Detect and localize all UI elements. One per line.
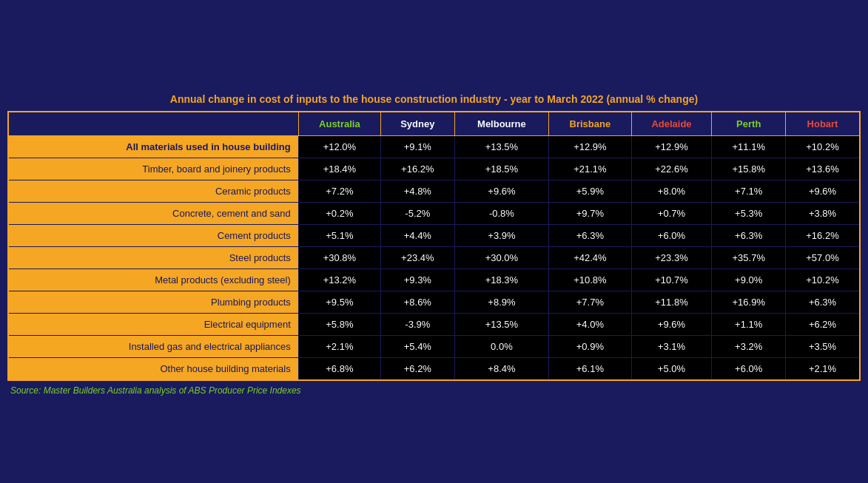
cell-sydney: +4.8% bbox=[381, 180, 455, 203]
cell-melbourne: +8.9% bbox=[454, 291, 549, 314]
cell-adelaide: +9.6% bbox=[631, 314, 712, 336]
chart-title: Annual change in cost of inputs to the h… bbox=[7, 86, 861, 111]
table-row: Timber, board and joinery products+18.4%… bbox=[8, 158, 860, 180]
row-label: Timber, board and joinery products bbox=[8, 158, 298, 180]
cell-melbourne: -0.8% bbox=[454, 203, 549, 225]
cell-hobart: +3.5% bbox=[786, 336, 860, 358]
cell-hobart: +57.0% bbox=[786, 247, 860, 269]
cell-perth: +15.8% bbox=[712, 158, 786, 180]
cell-sydney: +9.1% bbox=[381, 136, 455, 158]
cell-melbourne: +13.5% bbox=[454, 314, 549, 336]
row-label: Plumbing products bbox=[8, 291, 298, 314]
cell-hobart: +13.6% bbox=[786, 158, 860, 180]
cell-brisbane: +5.9% bbox=[549, 180, 631, 203]
row-label: Ceramic products bbox=[8, 180, 298, 203]
cell-melbourne: +18.3% bbox=[454, 269, 549, 291]
cell-perth: +6.0% bbox=[712, 358, 786, 381]
cell-brisbane: +10.8% bbox=[549, 269, 631, 291]
row-label: Metal products (excluding steel) bbox=[8, 269, 298, 291]
cell-adelaide: +8.0% bbox=[631, 180, 712, 203]
cell-sydney: +9.3% bbox=[381, 269, 455, 291]
cell-hobart: +9.6% bbox=[786, 180, 860, 203]
cell-australia: +30.8% bbox=[298, 247, 380, 269]
cell-perth: +5.3% bbox=[712, 203, 786, 225]
header-hobart: Hobart bbox=[786, 112, 860, 136]
cell-adelaide: +5.0% bbox=[631, 358, 712, 381]
table-row: Other house building materials+6.8%+6.2%… bbox=[8, 358, 860, 381]
cell-australia: +13.2% bbox=[298, 269, 380, 291]
cell-australia: +12.0% bbox=[298, 136, 380, 158]
cell-sydney: +16.2% bbox=[381, 158, 455, 180]
cell-sydney: +6.2% bbox=[381, 358, 455, 381]
cell-hobart: +6.2% bbox=[786, 314, 860, 336]
cell-melbourne: +8.4% bbox=[454, 358, 549, 381]
header-label bbox=[8, 112, 298, 136]
cell-australia: +5.1% bbox=[298, 225, 380, 247]
cell-brisbane: +42.4% bbox=[549, 247, 631, 269]
table-row: Plumbing products+9.5%+8.6%+8.9%+7.7%+11… bbox=[8, 291, 860, 314]
cell-australia: +7.2% bbox=[298, 180, 380, 203]
cell-adelaide: +0.7% bbox=[631, 203, 712, 225]
cell-melbourne: 0.0% bbox=[454, 336, 549, 358]
source-text: Source: Master Builders Australia analys… bbox=[7, 381, 861, 397]
cell-brisbane: +7.7% bbox=[549, 291, 631, 314]
cell-perth: +11.1% bbox=[712, 136, 786, 158]
header-australia: Australia bbox=[298, 112, 380, 136]
table-row: Concrete, cement and sand+0.2%-5.2%-0.8%… bbox=[8, 203, 860, 225]
cell-perth: +7.1% bbox=[712, 180, 786, 203]
table-row: Cement products+5.1%+4.4%+3.9%+6.3%+6.0%… bbox=[8, 225, 860, 247]
header-sydney: Sydney bbox=[381, 112, 455, 136]
cell-melbourne: +30.0% bbox=[454, 247, 549, 269]
row-label: Steel products bbox=[8, 247, 298, 269]
table-row: All materials used in house building+12.… bbox=[8, 136, 860, 158]
cell-sydney: +23.4% bbox=[381, 247, 455, 269]
cell-perth: +35.7% bbox=[712, 247, 786, 269]
cell-sydney: +4.4% bbox=[381, 225, 455, 247]
row-label: Other house building materials bbox=[8, 358, 298, 381]
cell-adelaide: +6.0% bbox=[631, 225, 712, 247]
row-label: Cement products bbox=[8, 225, 298, 247]
cell-hobart: +10.2% bbox=[786, 136, 860, 158]
table-row: Metal products (excluding steel)+13.2%+9… bbox=[8, 269, 860, 291]
cell-melbourne: +13.5% bbox=[454, 136, 549, 158]
cell-brisbane: +4.0% bbox=[549, 314, 631, 336]
cell-australia: +18.4% bbox=[298, 158, 380, 180]
cell-australia: +0.2% bbox=[298, 203, 380, 225]
cell-australia: +2.1% bbox=[298, 336, 380, 358]
cell-australia: +9.5% bbox=[298, 291, 380, 314]
row-label: All materials used in house building bbox=[8, 136, 298, 158]
table-row: Steel products+30.8%+23.4%+30.0%+42.4%+2… bbox=[8, 247, 860, 269]
cell-sydney: -3.9% bbox=[381, 314, 455, 336]
cell-perth: +1.1% bbox=[712, 314, 786, 336]
cell-brisbane: +21.1% bbox=[549, 158, 631, 180]
main-container: Annual change in cost of inputs to the h… bbox=[0, 78, 868, 405]
cell-adelaide: +3.1% bbox=[631, 336, 712, 358]
cell-sydney: +8.6% bbox=[381, 291, 455, 314]
row-label: Concrete, cement and sand bbox=[8, 203, 298, 225]
cell-perth: +9.0% bbox=[712, 269, 786, 291]
row-label: Installed gas and electrical appliances bbox=[8, 336, 298, 358]
cell-perth: +6.3% bbox=[712, 225, 786, 247]
cell-brisbane: +0.9% bbox=[549, 336, 631, 358]
cell-sydney: -5.2% bbox=[381, 203, 455, 225]
row-label: Electrical equipment bbox=[8, 314, 298, 336]
cell-hobart: +16.2% bbox=[786, 225, 860, 247]
cell-brisbane: +12.9% bbox=[549, 136, 631, 158]
cell-perth: +16.9% bbox=[712, 291, 786, 314]
header-perth: Perth bbox=[712, 112, 786, 136]
table-row: Electrical equipment+5.8%-3.9%+13.5%+4.0… bbox=[8, 314, 860, 336]
cell-melbourne: +9.6% bbox=[454, 180, 549, 203]
cell-melbourne: +18.5% bbox=[454, 158, 549, 180]
cell-adelaide: +23.3% bbox=[631, 247, 712, 269]
cell-perth: +3.2% bbox=[712, 336, 786, 358]
cell-brisbane: +9.7% bbox=[549, 203, 631, 225]
cell-sydney: +5.4% bbox=[381, 336, 455, 358]
cell-hobart: +3.8% bbox=[786, 203, 860, 225]
header-adelaide: Adelaide bbox=[631, 112, 712, 136]
cell-melbourne: +3.9% bbox=[454, 225, 549, 247]
cell-adelaide: +22.6% bbox=[631, 158, 712, 180]
cell-adelaide: +11.8% bbox=[631, 291, 712, 314]
table-row: Ceramic products+7.2%+4.8%+9.6%+5.9%+8.0… bbox=[8, 180, 860, 203]
data-table: AustraliaSydneyMelbourneBrisbaneAdelaide… bbox=[7, 111, 861, 381]
cell-australia: +6.8% bbox=[298, 358, 380, 381]
